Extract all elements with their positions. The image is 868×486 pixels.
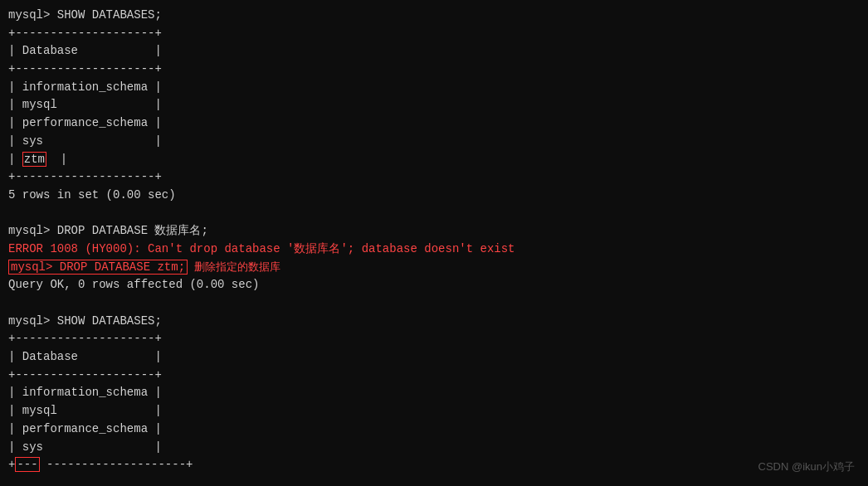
line-19: +--------------------+: [8, 330, 860, 348]
line-11: 5 rows in set (0.00 sec): [8, 187, 860, 205]
line-10: +--------------------+: [8, 168, 860, 187]
line-20: | Database |: [8, 348, 860, 367]
drop-annotation: 删除指定的数据库: [188, 261, 280, 274]
line-2: +--------------------+: [8, 25, 860, 43]
line-26-dash: +--- --------------------+: [8, 456, 860, 474]
ztm-highlight: ztm: [22, 152, 46, 167]
dash-highlight: ---: [15, 457, 39, 472]
line-3: | Database |: [8, 42, 860, 61]
line-8: | sys |: [8, 133, 860, 151]
line-22: | information_schema |: [8, 384, 860, 402]
line-25: | sys |: [8, 439, 860, 457]
line-23: | mysql |: [8, 402, 860, 420]
watermark: CSDN @ikun小鸡子: [758, 459, 856, 474]
line-14-error: ERROR 1008 (HY000): Can't drop database …: [8, 241, 860, 259]
line-27: [8, 474, 860, 486]
line-16: Query OK, 0 rows affected (0.00 sec): [8, 276, 860, 294]
line-5: | information_schema |: [8, 79, 860, 97]
line-21: +--------------------+: [8, 367, 860, 385]
line-24: | performance_schema |: [8, 420, 860, 439]
drop-ztm-command: mysql> DROP DATABASE ztm;: [8, 260, 188, 275]
line-13: mysql> DROP DATABASE 数据库名;: [8, 222, 860, 241]
line-9-ztm: | ztm |: [8, 151, 860, 169]
line-6: | mysql |: [8, 96, 860, 114]
terminal: mysql> SHOW DATABASES; +----------------…: [0, 0, 868, 486]
line-17: [8, 294, 860, 313]
line-4: +--------------------+: [8, 61, 860, 79]
line-15-drop-ztm: mysql> DROP DATABASE ztm; 删除指定的数据库: [8, 259, 860, 277]
line-12: [8, 205, 860, 223]
line-1: mysql> SHOW DATABASES;: [8, 7, 860, 25]
line-7: | performance_schema |: [8, 114, 860, 133]
line-18: mysql> SHOW DATABASES;: [8, 313, 860, 331]
